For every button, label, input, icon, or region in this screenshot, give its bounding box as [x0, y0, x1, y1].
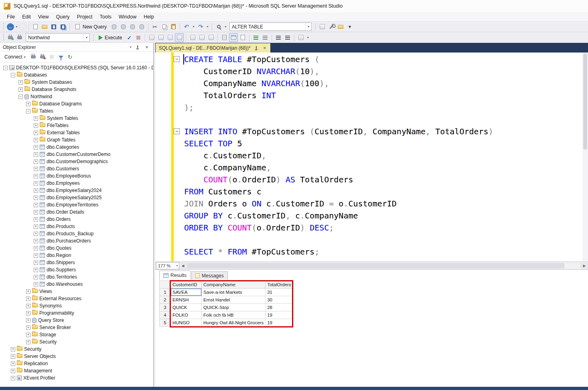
tree-item[interactable]: +dbo.Order Details	[2, 208, 153, 216]
results-to-file-icon[interactable]	[238, 33, 247, 42]
expand-icon[interactable]: +	[34, 203, 38, 207]
expand-icon[interactable]: +	[18, 87, 23, 92]
tree-item[interactable]: +dbo.Shippers	[2, 259, 153, 266]
tree-item[interactable]: +dbo.Products	[2, 223, 153, 230]
tree-item[interactable]: +dbo.CustomerDemographics	[2, 158, 153, 165]
grid-column-header[interactable]: TotalOrders	[266, 281, 294, 289]
code-line[interactable]: CustomerID NVARCHAR(10),	[184, 65, 582, 77]
save-all-icon[interactable]	[59, 22, 67, 31]
tree-item[interactable]: +dbo.Warehouses	[2, 281, 153, 288]
grid-column-header[interactable]: CustomerID	[171, 281, 202, 289]
tree-item[interactable]: +System Databases	[2, 79, 153, 86]
expand-icon[interactable]: +	[34, 268, 38, 272]
decrease-indent-icon[interactable]	[274, 33, 283, 42]
code-area[interactable]: −CREATE TABLE #TopCustomers ( CustomerID…	[155, 53, 582, 258]
code-line[interactable]: ORDER BY COUNT(o.OrderID) DESC;	[184, 222, 582, 234]
code-line[interactable]: COUNT(o.OrderID) AS TotalOrders	[184, 174, 582, 186]
sqlcmd-mode-icon[interactable]	[147, 33, 156, 42]
expand-icon[interactable]: +	[26, 289, 30, 294]
nav-forward-icon[interactable]: →	[19, 23, 26, 30]
chevron-down-icon[interactable]: ▾	[175, 264, 179, 267]
row-number[interactable]: 1	[160, 289, 171, 296]
tree-item[interactable]: +FileTables	[2, 122, 153, 129]
undo-icon[interactable]: ↶	[182, 22, 191, 31]
expand-icon[interactable]: +	[26, 311, 30, 315]
grid-cell[interactable]: Save-a-lot Markets	[202, 289, 266, 296]
code-line[interactable]: −CREATE TABLE #TopCustomers (	[184, 53, 582, 65]
code-line[interactable]: TotalOrders INT	[184, 89, 582, 101]
nav-back-dropdown-icon[interactable]: ▾	[14, 22, 19, 31]
expand-icon[interactable]: +	[26, 297, 30, 301]
code-line[interactable]: SELECT * FROM #TopCustomers;	[184, 246, 582, 258]
grid-cell[interactable]: 19	[266, 319, 294, 327]
tab-results[interactable]: Results	[159, 271, 191, 280]
grid-cell[interactable]: QUICK	[171, 304, 202, 311]
expand-icon[interactable]: +	[34, 160, 38, 164]
tree-item[interactable]: +dbo.Region	[2, 252, 153, 259]
tree-item[interactable]: +dbo.Products_Backup	[2, 230, 153, 237]
tab-messages[interactable]: Messages	[191, 271, 228, 280]
expand-icon[interactable]: +	[34, 181, 38, 186]
results-grid[interactable]: CustomerIDCompanyNameTotalOrders 1SAVEAS…	[159, 281, 294, 327]
tree-item[interactable]: +Database Diagrams	[2, 100, 153, 107]
tree-item[interactable]: +Storage	[2, 331, 153, 338]
expand-icon[interactable]: +	[26, 325, 30, 330]
grid-cell[interactable]: SAVEA	[171, 289, 202, 296]
toolbar-overflow-icon[interactable]: ▾	[345, 22, 354, 31]
tree-item[interactable]: +External Tables	[2, 129, 153, 136]
expand-icon[interactable]: +	[11, 362, 15, 366]
document-tab[interactable]: SQLQuery1.sql - DE...FBDO\Marijan (68))*…	[156, 43, 270, 53]
scrollbar-thumb[interactable]	[583, 53, 587, 150]
grid-cell[interactable]: ERNSH	[171, 296, 202, 304]
grid-cell[interactable]: QUICK-Stop	[202, 304, 266, 311]
wrench-icon[interactable]	[327, 22, 336, 31]
expand-icon[interactable]: +	[34, 239, 38, 243]
code-line[interactable]	[184, 113, 582, 125]
grid-cell[interactable]: FOLKO	[171, 311, 202, 319]
grid-cell[interactable]: 30	[266, 296, 294, 304]
sql-editor[interactable]: −CREATE TABLE #TopCustomers ( CustomerID…	[155, 53, 588, 261]
comment-selection-icon[interactable]	[251, 33, 260, 42]
pin-icon[interactable]	[133, 43, 142, 52]
open-file-icon[interactable]	[40, 22, 49, 31]
tree-item[interactable]: +dbo.Territories	[2, 273, 153, 281]
undo-dropdown-icon[interactable]: ▾	[191, 22, 196, 31]
code-line[interactable]: c.CompanyName,	[184, 162, 582, 174]
chevron-down-icon[interactable]: ▾	[83, 34, 89, 41]
tree-item[interactable]: +dbo.Suppliers	[2, 266, 153, 273]
expand-icon[interactable]: +	[26, 340, 30, 344]
zoom-combo[interactable]: 177 % ▾	[156, 262, 179, 269]
template-dropdown-icon[interactable]: ▾	[306, 33, 310, 42]
select-all-corner[interactable]	[160, 281, 171, 289]
expand-icon[interactable]: +	[34, 210, 38, 214]
tree-item[interactable]: +Management	[2, 367, 153, 374]
tree-item[interactable]: +External Resources	[2, 295, 153, 302]
collapse-icon[interactable]: −	[26, 109, 30, 113]
expand-icon[interactable]: +	[34, 275, 38, 279]
code-line[interactable]: );	[184, 101, 582, 113]
tree-item[interactable]: +dbo.EmployeeBonus	[2, 172, 153, 180]
refresh-icon[interactable]: ↻	[66, 53, 75, 61]
registered-servers-icon[interactable]	[318, 22, 326, 31]
pin-icon[interactable]	[253, 45, 259, 51]
tree-item[interactable]: +Security	[2, 346, 153, 353]
execute-button[interactable]: Execute	[96, 34, 125, 41]
tree-item[interactable]: +Replication	[2, 360, 153, 367]
find-icon[interactable]	[214, 22, 223, 31]
tree-item[interactable]: +dbo.Quotes	[2, 245, 153, 252]
fold-collapse-icon[interactable]: −	[174, 128, 180, 134]
include-actual-plan-icon[interactable]	[188, 33, 197, 42]
tree-item[interactable]: +dbo.Orders	[2, 216, 153, 223]
object-explorer-header[interactable]: Object Explorer ▾×	[0, 43, 153, 52]
tree-item[interactable]: +dbo.CustomerCustomerDemo	[2, 151, 153, 158]
expand-icon[interactable]: +	[34, 188, 38, 193]
new-project-icon[interactable]	[31, 22, 40, 31]
stop-icon[interactable]	[47, 53, 56, 61]
uncomment-selection-icon[interactable]	[261, 33, 270, 42]
tree-item[interactable]: +Synonyms	[2, 302, 153, 309]
expand-icon[interactable]: +	[34, 253, 38, 258]
tree-item[interactable]: +Query Store	[2, 317, 153, 324]
expand-icon[interactable]: +	[34, 282, 38, 287]
expand-icon[interactable]: +	[34, 232, 38, 236]
tree-item[interactable]: +dbo.Categories	[2, 143, 153, 151]
